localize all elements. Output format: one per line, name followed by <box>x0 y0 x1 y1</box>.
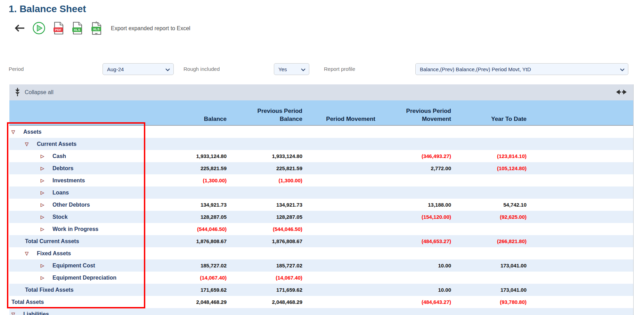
collapse-all-button[interactable]: Collapse all <box>14 88 54 97</box>
page-title: 1. Balance Sheet <box>9 3 86 15</box>
cell-value: (266,821.80) <box>454 238 529 244</box>
row-label: Equipment Cost <box>52 263 95 269</box>
cell-value: (484,643.27) <box>378 299 454 305</box>
expand-node-icon[interactable]: ▷ <box>41 190 46 195</box>
cell-value: (105,124.80) <box>454 165 529 171</box>
collapse-node-icon[interactable]: ▽ <box>25 251 30 256</box>
expand-node-icon[interactable]: ▷ <box>41 227 46 231</box>
collapse-node-icon[interactable]: ▽ <box>11 130 17 134</box>
cell-value: 2,772.00 <box>378 165 454 171</box>
table-row: ▷Other Debtors134,921.73134,921.7313,188… <box>9 199 633 211</box>
cell-value: (1,300.00) <box>153 177 229 183</box>
collapse-node-icon[interactable]: ▽ <box>11 312 17 315</box>
table-row: Total Fixed Assets171,659.62171,659.6210… <box>9 284 633 296</box>
cell-value: 2,048,468.29 <box>153 299 229 305</box>
export-expanded-label: Export expanded report to Excel <box>111 25 190 32</box>
table-row: Total Assets2,048,468.292,048,468.29(484… <box>9 296 633 308</box>
cell-value: 173,041.00 <box>454 287 529 293</box>
cell-value: (92,625.00) <box>454 214 529 220</box>
cell-value: 1,876,808.67 <box>153 238 229 244</box>
cell-value: 1,933,124.80 <box>229 153 305 159</box>
xls-file-expanded-icon: XLS <box>90 21 102 36</box>
cell-value: (123,814.10) <box>454 153 529 159</box>
column-header: Period Movement <box>305 100 378 125</box>
cell-value: 225,821.59 <box>153 165 229 171</box>
export-pdf-button[interactable]: PDF <box>53 22 64 36</box>
cell-value: 128,287.05 <box>229 214 305 220</box>
cell-value: (154,120.00) <box>378 214 454 220</box>
period-label: Period <box>9 63 24 75</box>
cell-value: (544,046.50) <box>229 226 305 232</box>
cell-value: (14,067.40) <box>229 275 305 281</box>
cell-value: 173,041.00 <box>454 263 529 268</box>
grid-body: ▽Assets▽Current Assets▷Cash1,933,124.801… <box>9 126 633 315</box>
expand-node-icon[interactable]: ▷ <box>41 263 46 268</box>
row-label: Liabilities <box>23 311 49 315</box>
horizontal-resize-icon <box>616 89 627 97</box>
toolbar: PDF XLS <box>14 21 190 36</box>
column-header: Previous PeriodMovement <box>378 100 454 125</box>
expand-node-icon[interactable]: ▷ <box>41 202 46 207</box>
column-header <box>9 100 153 125</box>
cell-value: 134,921.73 <box>153 202 229 208</box>
column-header: Balance <box>153 100 229 125</box>
back-button[interactable] <box>14 24 25 34</box>
export-excel-button[interactable]: XLS <box>72 22 83 36</box>
back-arrow-icon <box>14 24 25 34</box>
grid-header: BalancePrevious PeriodBalancePeriod Move… <box>9 100 633 126</box>
report-profile-label: Report profile <box>324 63 355 75</box>
chevron-down-icon <box>620 66 625 72</box>
table-row: ▽Assets <box>9 126 633 138</box>
row-label: Equipment Depreciation <box>52 275 116 281</box>
run-report-button[interactable] <box>32 22 46 36</box>
table-row: ▽Liabilities <box>9 308 633 315</box>
svg-text:PDF: PDF <box>55 28 62 32</box>
row-label: Stock <box>52 214 68 220</box>
row-label: Debtors <box>52 165 73 172</box>
table-row: ▷Work in Progress(544,046.50)(544,046.50… <box>9 223 633 235</box>
table-row: Total Current Assets1,876,808.671,876,80… <box>9 235 633 247</box>
xls-file-icon: XLS <box>72 22 83 36</box>
column-header: Year To Date <box>454 100 529 125</box>
expand-node-icon[interactable]: ▷ <box>41 178 46 183</box>
pdf-file-icon: PDF <box>53 22 64 36</box>
row-label: Total Assets <box>11 299 44 305</box>
expand-node-icon[interactable]: ▷ <box>41 275 46 280</box>
chevron-down-icon <box>165 66 170 72</box>
svg-text:XLS: XLS <box>74 28 80 32</box>
cell-value: 185,727.02 <box>153 263 229 268</box>
cell-value: (93,780.80) <box>454 299 529 305</box>
cell-value: 134,921.73 <box>229 202 305 208</box>
table-row: ▷Equipment Cost185,727.02185,727.0210.00… <box>9 259 633 272</box>
expand-node-icon[interactable]: ▷ <box>41 166 46 171</box>
balance-sheet-page: 1. Balance Sheet PDF <box>0 0 644 315</box>
cell-value: (1,300.00) <box>229 177 305 183</box>
column-header: Previous PeriodBalance <box>229 100 305 125</box>
expand-node-icon[interactable]: ▷ <box>41 215 46 219</box>
expand-node-icon[interactable]: ▷ <box>41 154 46 158</box>
table-row: ▷Loans <box>9 186 633 199</box>
report-grid: Collapse all BalancePrevious PeriodBalan… <box>9 84 634 315</box>
row-label: Loans <box>52 190 69 196</box>
cell-value: 10.00 <box>378 263 454 268</box>
cell-value: (484,653.27) <box>378 238 454 244</box>
collapse-node-icon[interactable]: ▽ <box>25 142 30 146</box>
grid-toolbar: Collapse all <box>9 84 633 100</box>
chevron-down-icon <box>301 66 305 72</box>
cell-value: 171,659.62 <box>153 287 229 293</box>
report-profile-select[interactable]: Balance,(Prev) Balance,(Prev) Period Mov… <box>415 63 628 75</box>
table-row: ▷Equipment Depreciation(14,067.40)(14,06… <box>9 272 633 284</box>
collapse-all-icon <box>14 88 21 97</box>
period-select[interactable]: Aug-24 <box>103 63 174 75</box>
table-row: ▷Cash1,933,124.801,933,124.80(346,493.27… <box>9 150 633 162</box>
svg-text:XLS: XLS <box>93 27 99 31</box>
row-label: Total Current Assets <box>25 238 79 244</box>
cell-value: 13,188.00 <box>378 202 454 208</box>
table-row: ▷Investments(1,300.00)(1,300.00) <box>9 174 633 186</box>
row-label: Total Fixed Assets <box>25 287 74 293</box>
export-expanded-excel-button[interactable]: XLS <box>90 21 102 36</box>
cell-value: (544,046.50) <box>153 226 229 232</box>
cell-value: 54,742.10 <box>454 202 529 208</box>
expand-columns-button[interactable] <box>616 89 627 97</box>
rough-included-select[interactable]: Yes <box>274 63 309 75</box>
